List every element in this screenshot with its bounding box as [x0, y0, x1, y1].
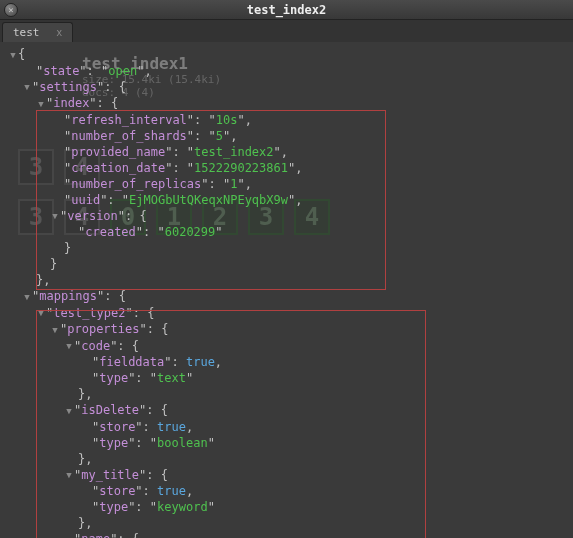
json-key: number_of_replicas [71, 177, 201, 191]
json-tree: ▼{ "state": "open", ▼"settings": { ▼"ind… [6, 46, 567, 538]
json-value: true [157, 484, 186, 498]
json-value: 6020299 [165, 225, 216, 239]
json-value: keyword [157, 500, 208, 514]
json-key: type [99, 436, 128, 450]
json-value: true [157, 420, 186, 434]
json-key: state [43, 64, 79, 78]
json-key: name [81, 532, 110, 538]
json-key: fielddata [99, 355, 164, 369]
json-value: text [157, 371, 186, 385]
json-key: type [99, 371, 128, 385]
json-value: 10s [216, 113, 238, 127]
json-key: type [99, 500, 128, 514]
json-key: store [99, 484, 135, 498]
json-key: provided_name [71, 145, 165, 159]
json-value: 5 [216, 129, 223, 143]
json-key: properties [67, 322, 139, 336]
tabbar: test x [0, 20, 573, 42]
json-key: store [99, 420, 135, 434]
json-value: 1522290223861 [194, 161, 288, 175]
json-key: created [85, 225, 136, 239]
json-key: isDelete [81, 403, 139, 417]
json-key: refresh_interval [71, 113, 187, 127]
json-key: number_of_shards [71, 129, 187, 143]
close-icon[interactable]: × [4, 3, 18, 17]
json-key: code [81, 339, 110, 353]
json-value: test_index2 [194, 145, 273, 159]
json-value: true [186, 355, 215, 369]
json-value: EjMOGbUtQKeqxNPEyqbX9w [129, 193, 288, 207]
content-area: test_index1 size: 15.4ki (15.4ki) docs: … [0, 42, 573, 538]
json-key: index [53, 96, 89, 110]
json-key: creation_date [71, 161, 165, 175]
json-value: boolean [157, 436, 208, 450]
json-key: mappings [39, 289, 97, 303]
json-key: version [67, 209, 118, 223]
json-key: uuid [71, 193, 100, 207]
json-key: my_title [81, 468, 139, 482]
window-title: test_index2 [247, 3, 326, 17]
tab-close-icon[interactable]: x [56, 27, 62, 38]
json-key: test_type2 [53, 306, 125, 320]
tab-label: test [13, 26, 40, 39]
titlebar: × test_index2 [0, 0, 573, 20]
json-value: open [108, 64, 137, 78]
json-key: settings [39, 80, 97, 94]
tab-test[interactable]: test x [2, 22, 73, 42]
